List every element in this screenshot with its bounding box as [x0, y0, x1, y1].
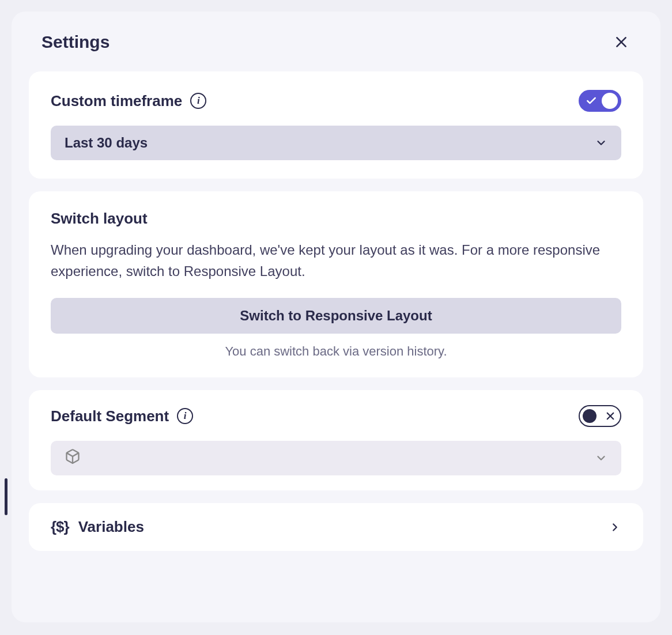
- custom-timeframe-row: Custom timeframe i: [51, 90, 621, 112]
- default-segment-card: Default Segment i: [29, 390, 643, 490]
- chevron-down-icon: [595, 137, 607, 149]
- switch-layout-label: Switch layout: [51, 210, 621, 228]
- scroll-handle[interactable]: [5, 478, 7, 515]
- chevron-down-icon: [595, 452, 607, 464]
- info-icon[interactable]: i: [177, 408, 193, 424]
- panel-header: Settings: [12, 32, 660, 71]
- check-icon: [586, 95, 597, 107]
- close-icon: [614, 35, 629, 50]
- switch-layout-button[interactable]: Switch to Responsive Layout: [51, 298, 621, 334]
- variables-label: Variables: [78, 518, 144, 536]
- info-icon[interactable]: i: [190, 93, 206, 109]
- custom-timeframe-card: Custom timeframe i Last 30 days: [29, 71, 643, 179]
- toggle-knob: [583, 409, 597, 423]
- panel-title: Settings: [41, 32, 110, 52]
- cube-icon: [65, 448, 81, 464]
- variables-lead: {$} Variables: [51, 518, 144, 536]
- settings-panel: Settings Custom timeframe i Last 30 days…: [12, 12, 660, 622]
- close-button[interactable]: [612, 33, 631, 51]
- timeframe-value: Last 30 days: [65, 135, 148, 151]
- segment-select: [51, 441, 621, 475]
- custom-timeframe-toggle[interactable]: [579, 90, 621, 112]
- variables-row[interactable]: {$} Variables: [29, 503, 643, 551]
- timeframe-select[interactable]: Last 30 days: [51, 126, 621, 160]
- switch-layout-hint: You can switch back via version history.: [51, 344, 621, 359]
- default-segment-label-group: Default Segment i: [51, 407, 193, 425]
- segment-icon-wrap: [65, 448, 81, 468]
- custom-timeframe-label-group: Custom timeframe i: [51, 92, 206, 110]
- switch-layout-card: Switch layout When upgrading your dashbo…: [29, 191, 643, 377]
- default-segment-label: Default Segment: [51, 407, 169, 425]
- x-icon: [605, 411, 616, 421]
- chevron-right-icon: [609, 521, 621, 534]
- default-segment-toggle[interactable]: [579, 405, 621, 427]
- variables-icon: {$}: [51, 518, 69, 536]
- switch-layout-description: When upgrading your dashboard, we've kep…: [51, 239, 621, 282]
- default-segment-row: Default Segment i: [51, 405, 621, 427]
- toggle-knob: [602, 93, 618, 109]
- custom-timeframe-label: Custom timeframe: [51, 92, 182, 110]
